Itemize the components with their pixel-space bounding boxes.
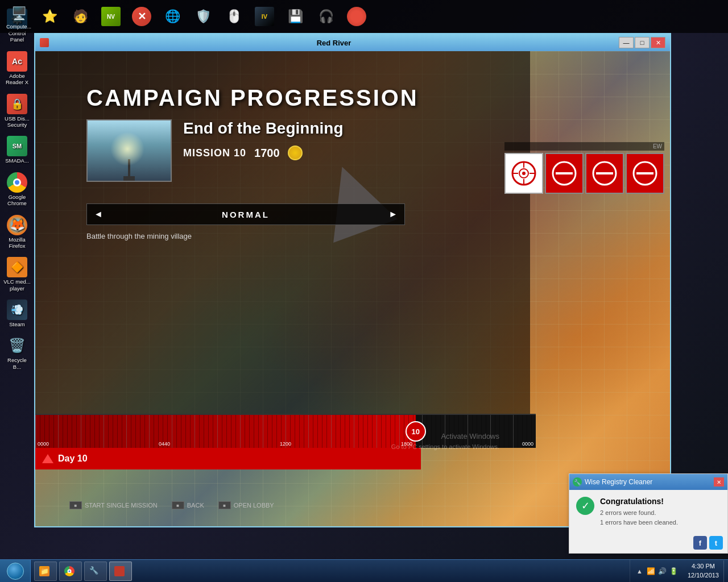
smadav-label: SMADA... — [5, 157, 29, 164]
label-0000-start: 0000 — [38, 441, 49, 447]
top-icon-star[interactable]: ⭐ — [35, 2, 64, 31]
chrome-icon — [7, 172, 27, 193]
mission-meta: MISSION 10 1700 — [183, 146, 344, 160]
windows-orb-icon — [7, 563, 24, 580]
game-window: Red River — □ ✕ CAMPAIGN PROGRESSION — [34, 33, 671, 527]
taskbar-settings-icon: 🔧 — [89, 566, 100, 576]
start-mission-label: START SINGLE MISSION — [85, 502, 158, 509]
icon-vlc[interactable]: 🔶 VLC med...player — [1, 254, 33, 294]
computer-label: Compute... — [6, 24, 31, 30]
smadav-icon: SM — [7, 136, 27, 156]
minus-circle-icon-3 — [631, 159, 659, 188]
game-icon — [40, 38, 49, 47]
btn-back[interactable]: ■ BACK — [172, 501, 204, 509]
directx-icon: ✕ — [131, 6, 152, 27]
label-0440: 0440 — [159, 441, 170, 447]
top-icon-nvidia[interactable]: NV — [97, 2, 125, 31]
icon-recycle-bin[interactable]: 🗑️ Recycle B... — [1, 332, 33, 373]
game-titlebar: Red River — □ ✕ — [35, 34, 670, 51]
top-icon-shield[interactable]: 🛡️ — [189, 2, 217, 31]
taskbar-item-explorer[interactable]: 📁 — [34, 562, 57, 581]
objective-secondary-2 — [585, 153, 624, 194]
systray-expand[interactable]: ▲ — [635, 568, 644, 575]
game-content: CAMPAIGN PROGRESSION End of the Beginnin… — [35, 51, 670, 526]
game-buttons: ■ START SINGLE MISSION ■ BACK ■ OPEN LOB… — [69, 501, 274, 509]
system-tray: ▲ 📶 🔊 🔋 — [630, 560, 683, 582]
notification-close-button[interactable]: ✕ — [714, 477, 724, 487]
mission-name: End of the Beginning — [183, 119, 344, 138]
objective-secondary-1 — [545, 153, 584, 194]
notification-line1: 2 errors were found. — [600, 508, 721, 518]
taskbar-item-game[interactable] — [109, 562, 132, 581]
close-button[interactable]: ✕ — [651, 37, 665, 48]
open-lobby-label: OPEN LOBBY — [234, 502, 274, 509]
crosshair-icon — [510, 159, 538, 188]
icon-steam[interactable]: 💨 Steam — [1, 297, 33, 330]
headset-icon: 🎧 — [316, 6, 336, 27]
top-icon-directx[interactable]: ✕ — [127, 2, 156, 31]
difficulty-text: NORMAL — [103, 210, 388, 219]
systray-volume-icon[interactable]: 🔊 — [658, 567, 667, 576]
top-icon-record[interactable] — [342, 2, 371, 31]
disk-icon: 💾 — [285, 6, 305, 27]
notification-popup: 🔧 Wise Registry Cleaner ✕ ✓ Congratulati… — [569, 473, 728, 554]
person-icon: 🧑 — [70, 6, 90, 27]
icon-firefox[interactable]: 🦊 MozillaFirefox — [1, 212, 33, 252]
sidebar-icons: ⚙️ ControlPanel Ac AdobeReader X 🔒 USB D… — [0, 0, 34, 534]
taskbar-item-settings[interactable]: 🔧 — [84, 562, 107, 581]
vlc-label: VLC med...player — [3, 278, 31, 292]
notif-app-icon: 🔧 — [573, 477, 582, 487]
top-icon-network[interactable]: 🌐 — [158, 2, 187, 31]
systray-battery-icon: 🔋 — [669, 567, 679, 576]
diff-right-arrow[interactable]: ► — [388, 209, 398, 219]
explorer-icon: 📁 — [39, 566, 49, 576]
top-taskbar: 🖥️ Compute... ⭐ 🧑 NV ✕ 🌐 🛡️ 🖱️ — [0, 0, 728, 33]
show-desktop-button[interactable] — [723, 560, 728, 582]
diff-left-arrow[interactable]: ◄ — [94, 209, 103, 219]
chrome-label: GoogleChrome — [7, 194, 27, 207]
top-icon-gta[interactable]: IV — [250, 2, 279, 31]
medal-icon — [288, 146, 303, 160]
campaign-title-area: CAMPAIGN PROGRESSION — [35, 68, 419, 119]
top-icon-disk[interactable]: 💾 — [281, 2, 309, 31]
maximize-button[interactable]: □ — [635, 37, 650, 48]
top-icon-person[interactable]: 🧑 — [66, 2, 94, 31]
btn-open-lobby[interactable]: ■ OPEN LOBBY — [218, 501, 274, 509]
taskbar-item-chrome[interactable] — [59, 562, 82, 581]
systray-icons: ▲ 📶 🔊 🔋 — [635, 567, 679, 576]
clock-date: 12/10/2013 — [688, 571, 719, 580]
mission-details: End of the Beginning MISSION 10 1700 — [183, 119, 344, 160]
objective-primary — [504, 153, 543, 194]
top-icon-headset[interactable]: 🎧 — [312, 2, 340, 31]
vlc-icon: 🔶 — [7, 257, 27, 277]
taskbar-game-icon — [114, 566, 125, 576]
gta-icon: IV — [254, 6, 275, 27]
day-label: Day 10 — [58, 454, 88, 464]
firefox-icon: 🦊 — [7, 215, 27, 235]
light-flare — [110, 132, 144, 166]
day-indicator: Day 10 — [35, 448, 421, 469]
top-icon-computer[interactable]: 🖥️ Compute... — [5, 2, 33, 31]
social-buttons: f t — [569, 534, 727, 553]
twitter-button[interactable]: t — [709, 536, 723, 550]
star-icon: ⭐ — [39, 6, 60, 27]
icon-usb-security[interactable]: 🔒 USB Dis...Security — [1, 91, 33, 131]
record-icon — [346, 6, 367, 27]
adobe-label: AdobeReader X — [6, 73, 28, 86]
back-label: BACK — [187, 502, 204, 509]
objective-icons: EW — [504, 142, 664, 194]
btn-start-mission[interactable]: ■ START SINGLE MISSION — [69, 501, 158, 509]
icon-smadav[interactable]: SM SMADA... — [1, 133, 33, 167]
label-1200: 1200 — [280, 441, 291, 447]
icon-adobe[interactable]: Ac AdobeReader X — [1, 48, 33, 89]
icon-chrome[interactable]: GoogleChrome — [1, 169, 33, 210]
obj-icons-row — [504, 153, 664, 194]
start-button[interactable] — [0, 560, 31, 583]
top-icon-cursor[interactable]: 🖱️ — [220, 2, 248, 31]
back-key-icon: ■ — [172, 501, 184, 509]
usb-security-icon: 🔒 — [7, 94, 27, 114]
watermark-line2: Go to PC settings to activate Windows. — [391, 442, 499, 452]
facebook-button[interactable]: f — [693, 536, 707, 550]
taskbar-clock[interactable]: 4:30 PM 12/10/2013 — [683, 560, 723, 582]
minimize-button[interactable]: — — [619, 37, 634, 48]
